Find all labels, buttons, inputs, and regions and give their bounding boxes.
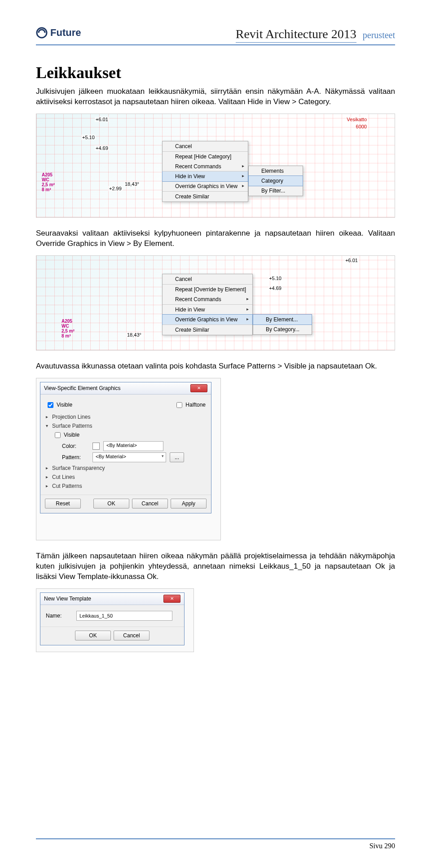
- dialog-titlebar: New View Template ✕: [40, 593, 184, 605]
- pattern-label: Pattern:: [62, 454, 89, 460]
- cut-patterns-section[interactable]: Cut Patterns: [46, 483, 206, 489]
- page-header: Future Revit Architecture 2013 perusteet: [36, 27, 395, 45]
- menu-override-graphics[interactable]: Override Graphics in View: [162, 314, 253, 325]
- view-specific-dialog: View-Specific Element Graphics ✕ Visible…: [40, 382, 211, 513]
- surface-transparency-section[interactable]: Surface Transparency: [46, 465, 206, 471]
- paragraph-2: Seuraavaksi valitaan aktiiviseksi kylpyh…: [36, 228, 395, 249]
- context-submenu[interactable]: By Element... By Category...: [253, 314, 312, 335]
- cancel-button[interactable]: Cancel: [114, 631, 150, 640]
- visible-checkbox[interactable]: Visible: [46, 401, 72, 409]
- menu-recent[interactable]: Recent Commands: [163, 162, 248, 171]
- room-wc: WC: [42, 177, 55, 182]
- halftone-label: Halftone: [185, 402, 206, 408]
- close-icon[interactable]: ✕: [190, 384, 207, 392]
- ok-button[interactable]: OK: [93, 499, 129, 509]
- submenu-elements[interactable]: Elements: [249, 166, 303, 176]
- room-id: A205: [42, 172, 55, 177]
- menu-hide-in-view[interactable]: Hide in View: [163, 304, 252, 315]
- level-label: +4.69: [95, 145, 109, 151]
- menu-hide-in-view[interactable]: Hide in View: [162, 171, 248, 182]
- context-menu[interactable]: Cancel Repeat [Hide Category] Recent Com…: [162, 141, 248, 202]
- paragraph-4: Tämän jälkeen napsautetaan hiiren oikeaa…: [36, 551, 395, 582]
- menu-cancel[interactable]: Cancel: [163, 141, 248, 151]
- menu-repeat[interactable]: Repeat [Hide Category]: [163, 151, 248, 162]
- title-block: Revit Architecture 2013 perusteet: [236, 27, 395, 43]
- name-label: Name:: [46, 613, 73, 619]
- level-label: +4.69: [268, 285, 282, 291]
- room-vol: 8 m³: [62, 333, 75, 338]
- submenu-by-category[interactable]: By Category...: [253, 324, 312, 334]
- menu-cancel[interactable]: Cancel: [163, 274, 252, 284]
- section-heading: Leikkaukset: [36, 63, 395, 82]
- surface-patterns-section[interactable]: Surface Patterns: [46, 423, 206, 429]
- apply-button[interactable]: Apply: [171, 499, 207, 509]
- figure-hide-in-view: +6.01 +5.10 +4.69 +2.99 18,43° Vesikatto…: [36, 114, 395, 218]
- page-number: Sivu 290: [369, 842, 395, 850]
- dialog-title: View-Specific Element Graphics: [44, 385, 121, 391]
- room-area: 2,5 m²: [42, 182, 55, 187]
- level-label: +6.01: [95, 117, 109, 122]
- surface-visible-checkbox-input[interactable]: [55, 432, 61, 438]
- doc-subtitle: perusteet: [363, 30, 395, 40]
- submenu-by-element[interactable]: By Element...: [253, 314, 312, 325]
- room-id: A205: [62, 319, 75, 324]
- room-area: 2,5 m²: [62, 329, 75, 333]
- figure-view-specific-dialog: View-Specific Element Graphics ✕ Visible…: [36, 378, 221, 540]
- close-icon[interactable]: ✕: [163, 595, 180, 603]
- vesikatto-label: Vesikatto: [346, 117, 368, 122]
- angle-label: 18,43°: [126, 332, 142, 338]
- menu-recent[interactable]: Recent Commands: [163, 294, 252, 304]
- pattern-browse-button[interactable]: ...: [170, 452, 184, 462]
- context-menu[interactable]: Cancel Repeat [Override by Element] Rece…: [162, 274, 253, 335]
- halftone-checkbox-input[interactable]: [176, 402, 182, 408]
- level-label: +5.10: [268, 276, 282, 281]
- logo-text: Future: [50, 27, 81, 39]
- future-logo-icon: [36, 27, 48, 39]
- page-footer: Sivu 290: [36, 838, 395, 850]
- dialog-title: New View Template: [44, 596, 91, 602]
- logo: Future: [36, 27, 81, 39]
- new-view-template-dialog: New View Template ✕ Name: OK Cancel: [40, 592, 185, 645]
- halftone-checkbox[interactable]: Halftone: [175, 401, 206, 409]
- menu-repeat[interactable]: Repeat [Override by Element]: [163, 284, 252, 294]
- room-vol: 8 m³: [42, 187, 55, 192]
- ok-button[interactable]: OK: [75, 631, 111, 640]
- color-swatch[interactable]: [92, 443, 100, 450]
- dialog-titlebar: View-Specific Element Graphics ✕: [40, 382, 211, 395]
- context-submenu[interactable]: Elements Category By Filter...: [248, 166, 303, 196]
- submenu-category[interactable]: Category: [248, 175, 303, 186]
- menu-create-similar[interactable]: Create Similar: [163, 324, 252, 335]
- color-field[interactable]: <By Material>: [103, 441, 163, 451]
- level-label: +2.99: [108, 186, 123, 191]
- paragraph-1: Julkisivujen jälkeen muokataan leikkausn…: [36, 87, 395, 107]
- cancel-button[interactable]: Cancel: [132, 499, 168, 509]
- visible-checkbox-input[interactable]: [48, 402, 53, 408]
- room-wc: WC: [62, 324, 75, 329]
- projection-lines-section[interactable]: Projection Lines: [46, 414, 206, 420]
- figure-new-view-template: New View Template ✕ Name: OK Cancel: [36, 588, 194, 652]
- doc-title: Revit Architecture 2013: [236, 27, 356, 43]
- level-label: +6.01: [344, 258, 359, 263]
- figure-override-graphics: +6.01 +5.10 +4.69 18,43° A205 WC 2,5 m² …: [36, 255, 395, 351]
- color-label: Color:: [62, 443, 89, 449]
- paragraph-3: Avautuvassa ikkunassa otetaan valinta po…: [36, 361, 395, 372]
- visible-label: Visible: [57, 402, 72, 408]
- surface-visible-label: Visible: [64, 432, 79, 438]
- surface-visible-checkbox[interactable]: Visible: [53, 431, 206, 439]
- menu-override-graphics[interactable]: Override Graphics in View: [163, 181, 248, 191]
- vesikatto-value: 6000: [355, 124, 368, 129]
- name-input[interactable]: [76, 611, 172, 621]
- angle-label: 18,43°: [124, 181, 140, 187]
- cut-lines-section[interactable]: Cut Lines: [46, 474, 206, 480]
- reset-button[interactable]: Reset: [45, 499, 81, 509]
- level-label: +5.10: [81, 135, 96, 140]
- menu-create-similar[interactable]: Create Similar: [163, 191, 248, 202]
- submenu-by-filter[interactable]: By Filter...: [249, 186, 303, 196]
- pattern-dropdown[interactable]: <By Material>: [92, 452, 166, 462]
